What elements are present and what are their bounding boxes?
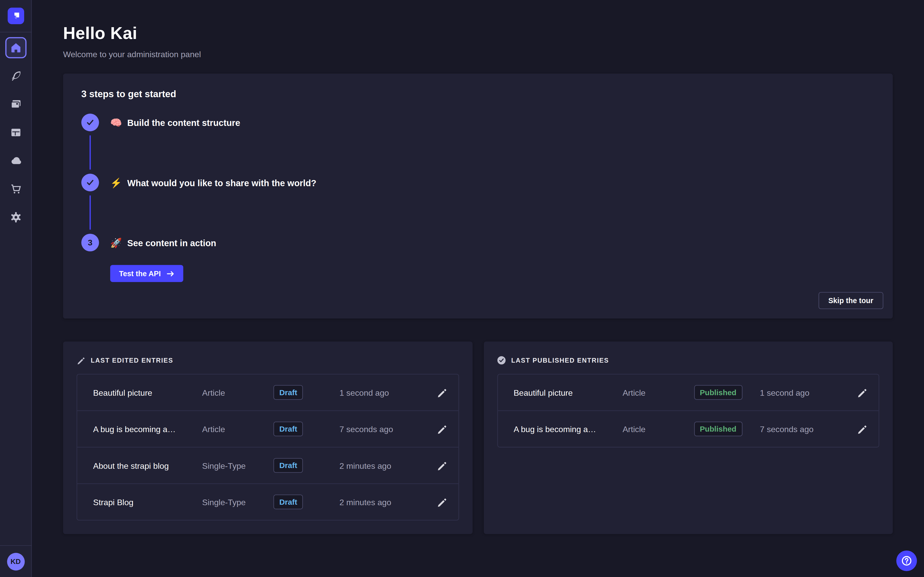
entry-type: Single-Type bbox=[202, 497, 273, 507]
sidebar-footer-divider bbox=[0, 545, 32, 546]
last-edited-entries-widget: LAST EDITED ENTRIES Beautiful picture Ar… bbox=[63, 342, 473, 534]
pencil-icon bbox=[436, 460, 446, 470]
edit-entry-button[interactable] bbox=[857, 387, 867, 398]
edit-entry-button[interactable] bbox=[436, 497, 446, 507]
pencil-icon bbox=[76, 356, 85, 364]
entry-time: 2 minutes ago bbox=[339, 497, 426, 507]
tour-step-1: 🧠 Build the content structure bbox=[81, 114, 874, 174]
edit-entry-button[interactable] bbox=[436, 387, 446, 398]
cloud-icon bbox=[10, 155, 21, 167]
edit-entry-button[interactable] bbox=[436, 424, 446, 434]
table-row[interactable]: About the strapi blog Single-Type Draft … bbox=[77, 447, 458, 484]
step-connector bbox=[90, 195, 91, 229]
tour-step-2: ⚡ What would you like to share with the … bbox=[81, 174, 874, 234]
strapi-logo-icon bbox=[7, 8, 24, 24]
check-icon bbox=[86, 118, 94, 126]
pencil-icon bbox=[857, 387, 867, 398]
guided-tour-steps: 🧠 Build the content structure bbox=[81, 114, 874, 294]
help-button[interactable] bbox=[896, 551, 917, 571]
last-published-header: LAST PUBLISHED ENTRIES bbox=[497, 356, 879, 364]
entry-time: 7 seconds ago bbox=[339, 424, 426, 434]
sidebar-nav bbox=[5, 37, 26, 228]
status-badge: Draft bbox=[273, 385, 303, 400]
table-row[interactable]: Strapi Blog Single-Type Draft 2 minutes … bbox=[77, 484, 458, 520]
entry-type: Article bbox=[623, 424, 694, 434]
sidebar-item-media-library[interactable] bbox=[5, 93, 26, 115]
strapi-admin-window: KD Hello Kai Welcome to your administrat… bbox=[0, 0, 924, 577]
question-mark-icon bbox=[901, 555, 912, 566]
status-badge: Draft bbox=[273, 422, 303, 436]
entry-title: Strapi Blog bbox=[93, 497, 202, 507]
strapi-logo[interactable] bbox=[7, 8, 24, 24]
entry-time: 1 second ago bbox=[339, 388, 426, 397]
sidebar-divider bbox=[0, 32, 32, 32]
status-badge: Published bbox=[694, 422, 742, 436]
sidebar-item-content-type-builder[interactable] bbox=[5, 122, 26, 143]
guided-tour-card: 3 steps to get started bbox=[63, 74, 893, 319]
entry-title: Beautiful picture bbox=[514, 388, 623, 397]
step-connector bbox=[90, 135, 91, 169]
step-1-label[interactable]: 🧠 Build the content structure bbox=[110, 114, 874, 131]
table-row[interactable]: Beautiful picture Article Published 1 se… bbox=[498, 374, 879, 410]
check-circle-icon bbox=[497, 356, 506, 364]
entry-time: 1 second ago bbox=[760, 388, 847, 397]
entry-title: A bug is becoming a… bbox=[514, 424, 623, 434]
sidebar-item-marketplace[interactable] bbox=[5, 179, 26, 200]
entry-time: 2 minutes ago bbox=[339, 461, 426, 470]
last-published-table: Beautiful picture Article Published 1 se… bbox=[497, 374, 879, 448]
sidebar-item-settings[interactable] bbox=[5, 207, 26, 228]
homepage-content: Hello Kai Welcome to your administration… bbox=[32, 0, 924, 577]
test-the-api-button[interactable]: Test the API bbox=[110, 265, 183, 282]
skip-the-tour-button[interactable]: Skip the tour bbox=[818, 292, 883, 309]
last-edited-table: Beautiful picture Article Draft 1 second… bbox=[76, 374, 459, 521]
table-row[interactable]: A bug is becoming a… Article Published 7… bbox=[498, 410, 879, 447]
sidebar-item-content-manager[interactable] bbox=[5, 65, 26, 87]
gear-icon bbox=[10, 211, 21, 223]
pencil-icon bbox=[436, 387, 446, 398]
cart-icon bbox=[10, 183, 21, 195]
edit-entry-button[interactable] bbox=[857, 424, 867, 434]
sidebar-item-home[interactable] bbox=[5, 37, 26, 58]
last-published-entries-widget: LAST PUBLISHED ENTRIES Beautiful picture… bbox=[483, 342, 893, 534]
entry-type: Article bbox=[202, 424, 273, 434]
edit-entry-button[interactable] bbox=[436, 460, 446, 470]
step-2-done-indicator bbox=[81, 174, 99, 191]
entry-title: Beautiful picture bbox=[93, 388, 202, 397]
pencil-icon bbox=[436, 424, 446, 434]
entry-time: 7 seconds ago bbox=[760, 424, 847, 434]
rocket-emoji-icon: 🚀 bbox=[110, 237, 122, 248]
page-header: Hello Kai Welcome to your administration… bbox=[63, 24, 893, 59]
pencil-icon bbox=[436, 497, 446, 507]
status-badge: Draft bbox=[273, 495, 303, 509]
table-row[interactable]: A bug is becoming a… Article Draft 7 sec… bbox=[77, 410, 458, 447]
user-avatar[interactable]: KD bbox=[6, 553, 24, 571]
step-3-label[interactable]: 🚀 See content in action bbox=[110, 234, 874, 251]
entry-type: Single-Type bbox=[202, 461, 273, 470]
content-type-builder-icon bbox=[10, 127, 21, 139]
last-edited-header: LAST EDITED ENTRIES bbox=[76, 356, 459, 364]
feather-icon bbox=[10, 70, 21, 82]
page-subtitle: Welcome to your administration panel bbox=[63, 50, 893, 59]
step-3-number-indicator: 3 bbox=[81, 234, 99, 251]
entry-type: Article bbox=[623, 388, 694, 397]
table-row[interactable]: Beautiful picture Article Draft 1 second… bbox=[77, 374, 458, 410]
status-badge: Draft bbox=[273, 458, 303, 472]
check-icon bbox=[86, 179, 94, 187]
main-sidebar: KD bbox=[0, 0, 32, 577]
homepage-widgets: LAST EDITED ENTRIES Beautiful picture Ar… bbox=[63, 342, 893, 534]
page-title: Hello Kai bbox=[63, 24, 893, 43]
entry-title: A bug is becoming a… bbox=[93, 424, 202, 434]
guided-tour-title: 3 steps to get started bbox=[81, 89, 874, 100]
pencil-icon bbox=[857, 424, 867, 434]
step-1-done-indicator bbox=[81, 114, 99, 131]
status-badge: Published bbox=[694, 385, 742, 400]
sidebar-item-deploy[interactable] bbox=[5, 150, 26, 171]
brain-emoji-icon: 🧠 bbox=[110, 117, 122, 128]
entry-type: Article bbox=[202, 388, 273, 397]
home-icon bbox=[10, 42, 21, 53]
entry-title: About the strapi blog bbox=[93, 461, 202, 470]
lightning-emoji-icon: ⚡ bbox=[110, 177, 122, 188]
media-library-icon bbox=[10, 98, 21, 110]
arrow-right-icon bbox=[166, 269, 174, 277]
step-2-label[interactable]: ⚡ What would you like to share with the … bbox=[110, 174, 874, 191]
